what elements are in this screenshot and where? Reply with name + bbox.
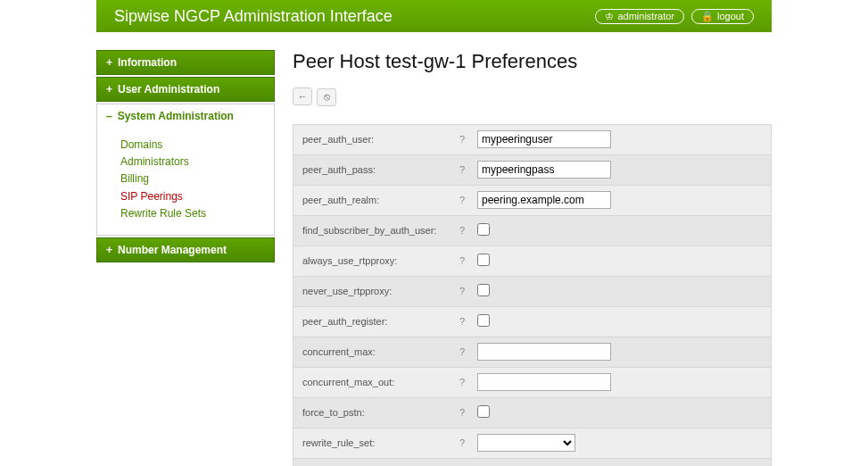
help-icon[interactable]: ? [454,407,470,418]
concurrent_max_out-input[interactable] [477,373,611,391]
sidebar-item[interactable]: Administrators [120,154,261,171]
pref-control [470,254,490,269]
pref-row: never_use_rtpproxy:? [293,277,771,307]
pref-row: find_subscriber_by_auth_user:? [293,216,771,246]
pref-label: find_subscriber_by_auth_user: [302,225,454,236]
sidebar-section-label: User Administration [118,83,219,96]
pref-label: peer_auth_user: [302,134,454,145]
pref-row: always_use_rtpproxy:? [293,246,771,277]
pref-row: rewrite_rule_set:? [293,429,771,459]
pref-control [470,405,490,420]
help-icon[interactable]: ? [454,377,470,387]
sidebar-section-label: Information [118,56,177,69]
sidebar-section[interactable]: System Administration [96,104,275,128]
pref-control [470,373,611,391]
help-icon[interactable]: ? [454,316,470,327]
sidebar-item[interactable]: Billing [120,171,261,187]
always_use_rtpproxy-checkbox[interactable] [477,254,490,266]
collapse-icon [106,110,112,122]
pref-label: force_to_pstn: [302,407,454,418]
sidebar-section[interactable]: Information [96,50,275,75]
clear-button[interactable]: ⦸ [317,88,336,106]
pref-row: force_to_pstn:? [293,398,771,429]
topbar: Sipwise NGCP Administration Interface ♔ … [96,0,772,32]
peer_auth_user-input[interactable] [477,130,611,148]
sidebar-item[interactable]: SIP Peerings [120,188,261,205]
app-title: Sipwise NGCP Administration Interface [114,7,588,26]
lock-icon: 🔒 [701,11,714,22]
pref-row: peer_auth_realm:? [293,186,771,216]
logout-button[interactable]: 🔒 logout [691,9,754,24]
pref-row: always_use_ipv4_for_rtpproxy:? [293,459,771,467]
preferences-table: peer_auth_user:?peer_auth_pass:?peer_aut… [293,124,772,467]
pref-label: concurrent_max_out: [302,377,454,387]
pref-label: never_use_rtpproxy: [302,286,454,296]
pref-label: peer_auth_realm: [302,195,454,205]
never_use_rtpproxy-checkbox[interactable] [477,284,490,296]
main-content: Peer Host test-gw-1 Preferences ← ⦸ peer… [293,50,772,466]
help-icon[interactable]: ? [454,437,470,448]
expand-icon [106,83,112,96]
pref-row: peer_auth_pass:? [293,155,771,186]
peer_auth_register-checkbox[interactable] [477,314,490,327]
rewrite_rule_set-select[interactable] [477,434,575,452]
sidebar-section[interactable]: Number Management [96,237,275,262]
pref-row: concurrent_max_out:? [293,368,771,398]
pref-label: peer_auth_register: [302,316,454,327]
help-icon[interactable]: ? [454,164,470,175]
help-icon[interactable]: ? [454,195,470,205]
pref-label: rewrite_rule_set: [302,437,454,448]
find_subscriber_by_auth_user-checkbox[interactable] [477,223,490,236]
peer_auth_realm-input[interactable] [477,191,611,209]
page-title: Peer Host test-gw-1 Preferences [293,50,772,73]
pref-row: concurrent_max:? [293,337,771,368]
force_to_pstn-checkbox[interactable] [477,405,490,418]
pref-control [470,314,490,329]
pref-label: always_use_rtpproxy: [302,255,454,266]
pref-row: peer_auth_register:? [293,307,771,337]
pref-control [470,284,490,299]
user-button[interactable]: ♔ administrator [595,9,684,24]
sidebar: InformationUser AdministrationSystem Adm… [96,50,275,264]
sidebar-section-label: Number Management [118,244,227,256]
peer_auth_pass-input[interactable] [477,161,611,179]
pref-control [470,130,611,148]
pref-control [470,223,490,238]
help-icon[interactable]: ? [454,134,470,145]
action-buttons: ← ⦸ [293,87,772,106]
pref-label: peer_auth_pass: [302,164,454,175]
pref-control [470,191,611,209]
pref-control [470,434,575,452]
pref-control [470,343,611,361]
expand-icon [106,244,112,256]
help-icon[interactable]: ? [454,346,470,357]
sidebar-subitems: DomainsAdministratorsBillingSIP Peerings… [96,128,275,236]
help-icon[interactable]: ? [454,255,470,266]
pref-control [470,161,611,179]
sidebar-item[interactable]: Rewrite Rule Sets [120,205,261,222]
help-icon[interactable]: ? [454,225,470,236]
concurrent_max-input[interactable] [477,343,611,361]
back-button[interactable]: ← [293,87,312,105]
pref-label: concurrent_max: [302,346,454,357]
sidebar-section-label: System Administration [118,110,234,122]
user-label: administrator [617,11,674,21]
pref-row: peer_auth_user:? [293,125,771,155]
sidebar-item[interactable]: Domains [120,137,261,154]
expand-icon [106,56,112,69]
help-icon[interactable]: ? [454,286,470,296]
logout-label: logout [717,11,744,21]
user-icon: ♔ [605,11,614,22]
sidebar-section[interactable]: User Administration [96,77,275,102]
